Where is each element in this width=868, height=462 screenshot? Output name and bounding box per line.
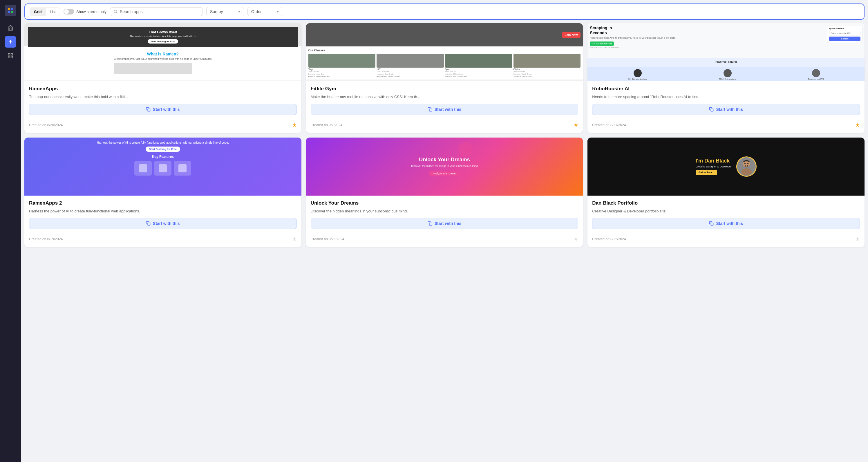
card-dreams: Unlock Your Dreams Discover the hidden m… bbox=[306, 137, 583, 247]
sidebar-item-grid[interactable] bbox=[5, 50, 16, 62]
start-with-this-button[interactable]: Start with this bbox=[29, 218, 297, 229]
star-icon[interactable]: ★ bbox=[292, 122, 297, 128]
card-preview-danblack: I'm Dan Black Creative Designer & Develo… bbox=[587, 137, 865, 195]
card-preview-ramenapps2: Harness the power of AI to create fully-… bbox=[24, 137, 302, 195]
view-toggle: Grid List bbox=[30, 7, 60, 16]
search-icon bbox=[114, 9, 118, 13]
gym-join-btn: Join Now bbox=[562, 32, 581, 38]
start-button-label: Start with this bbox=[435, 107, 462, 112]
star-icon[interactable]: ★ bbox=[292, 236, 297, 242]
card-created-date: Created on 8/19/2024 bbox=[29, 237, 63, 241]
start-with-this-button[interactable]: Start with this bbox=[29, 104, 297, 115]
card-footer: Created on 9/2/2024 ★ bbox=[306, 120, 583, 133]
sidebar-item-add[interactable] bbox=[5, 36, 16, 48]
svg-point-20 bbox=[744, 163, 746, 164]
star-icon[interactable]: ★ bbox=[574, 122, 578, 128]
card-title: RoboRooster AI bbox=[592, 86, 860, 92]
start-button-label: Start with this bbox=[153, 107, 180, 112]
card-preview-ramenapps: That Grows Itself The modern website bui… bbox=[24, 23, 302, 81]
main-content: Grid List Show starred only Sort by Name… bbox=[21, 0, 868, 462]
robo-feature-browser: 30+ Browser Actions bbox=[628, 69, 647, 80]
card-created-date: Created on 9/2/2024 bbox=[311, 123, 342, 127]
card-footer: Created on 8/20/2024 ★ bbox=[24, 120, 302, 133]
card-danblack: I'm Dan Black Creative Designer & Develo… bbox=[587, 137, 865, 247]
svg-rect-7 bbox=[11, 54, 13, 55]
card-description: Creative Designer & Developer portfolio … bbox=[592, 208, 860, 214]
svg-rect-12 bbox=[148, 109, 150, 112]
card-title: RamenApps bbox=[29, 86, 297, 92]
sidebar bbox=[0, 0, 21, 462]
card-description: Discover the hidden meanings in your sub… bbox=[311, 208, 579, 214]
svg-rect-8 bbox=[8, 56, 10, 58]
starred-only-toggle[interactable] bbox=[64, 9, 74, 14]
svg-point-21 bbox=[747, 163, 748, 164]
card-title: Dan Black Portfolio bbox=[592, 200, 860, 206]
gym-class-yoga: Yoga Time: 9:00 AM Instructor: Jane Doe … bbox=[308, 54, 376, 77]
toolbar: Grid List Show starred only Sort by Name… bbox=[24, 3, 865, 20]
starred-toggle-container: Show starred only bbox=[64, 9, 106, 14]
order-select[interactable]: Order Ascending Descending bbox=[247, 7, 282, 16]
card-description: Make the header nav mobile responsive wi… bbox=[311, 94, 579, 100]
card-title: RamenApps 2 bbox=[29, 200, 297, 206]
card-description: Harness the power of AI to create fully-… bbox=[29, 208, 297, 214]
dan-text: I'm Dan Black Creative Designer & Develo… bbox=[696, 158, 732, 175]
card-description: The pop-out doesn't really work, make th… bbox=[29, 94, 297, 100]
svg-rect-6 bbox=[8, 54, 10, 55]
svg-rect-16 bbox=[429, 223, 432, 225]
cards-grid: That Grows Itself The modern website bui… bbox=[24, 23, 865, 247]
list-view-button[interactable]: List bbox=[46, 8, 60, 16]
svg-point-10 bbox=[114, 10, 117, 13]
svg-rect-15 bbox=[148, 223, 150, 225]
star-icon[interactable]: ★ bbox=[855, 122, 860, 128]
robo-feature-integrations: 5000+ Integrations bbox=[719, 69, 736, 80]
svg-rect-2 bbox=[8, 11, 10, 13]
card-footer: Created on 8/21/2024 ★ bbox=[587, 120, 865, 133]
svg-rect-9 bbox=[11, 56, 13, 58]
card-fitlifegym: Join Now Our Classes Yoga Time: 9:00 AM … bbox=[306, 23, 583, 133]
card-created-date: Created on 8/25/2024 bbox=[311, 237, 344, 241]
robo-feature-aws: Powered by AWS bbox=[808, 69, 824, 80]
start-button-label: Start with this bbox=[153, 221, 180, 226]
svg-rect-1 bbox=[11, 8, 13, 10]
start-with-this-button[interactable]: Start with this bbox=[311, 104, 579, 115]
sort-by-select[interactable]: Sort by Name Date Created Last Modified bbox=[206, 7, 244, 16]
svg-rect-22 bbox=[711, 223, 713, 225]
card-footer: Created on 8/19/2024 ★ bbox=[24, 234, 302, 247]
svg-rect-14 bbox=[711, 109, 713, 112]
cards-container: That Grows Itself The modern website bui… bbox=[21, 23, 868, 462]
dan-contact-btn: Get in Touch bbox=[696, 170, 717, 175]
card-roborooster: Scraping inSeconds RoboRooster uses AI t… bbox=[587, 23, 865, 133]
card-preview-fitlifegym: Join Now Our Classes Yoga Time: 9:00 AM … bbox=[306, 23, 583, 81]
start-button-label: Start with this bbox=[435, 221, 462, 226]
card-preview-dreams: Unlock Your Dreams Discover the hidden m… bbox=[306, 137, 583, 195]
dan-avatar bbox=[736, 156, 756, 177]
svg-point-18 bbox=[741, 168, 752, 175]
start-button-label: Start with this bbox=[716, 107, 743, 112]
grid-view-button[interactable]: Grid bbox=[30, 8, 46, 16]
svg-rect-3 bbox=[11, 11, 13, 13]
card-title: Unlock Your Dreams bbox=[311, 200, 579, 206]
star-icon[interactable]: ★ bbox=[574, 236, 578, 242]
gym-class-hiit: HIIT Time: 10:30 AM Instructor: John Smi… bbox=[377, 54, 444, 77]
card-created-date: Created on 8/22/2024 bbox=[592, 237, 626, 241]
gym-class-pilates: Pilates Time: 6:30 PM Instructor: Sarah … bbox=[514, 54, 581, 77]
search-box bbox=[110, 7, 203, 16]
starred-only-label: Show starred only bbox=[76, 9, 106, 14]
start-with-this-button[interactable]: Start with this bbox=[592, 104, 860, 115]
card-description: Needs to be more spacing around "RoboRoo… bbox=[592, 94, 860, 100]
sidebar-item-home[interactable] bbox=[5, 22, 16, 34]
start-with-this-button[interactable]: Start with this bbox=[592, 218, 860, 229]
card-preview-roborooster: Scraping inSeconds RoboRooster uses AI t… bbox=[587, 23, 865, 81]
start-button-label: Start with this bbox=[716, 221, 743, 226]
search-input[interactable] bbox=[120, 9, 199, 14]
star-icon[interactable]: ★ bbox=[855, 236, 860, 242]
card-ramenapps2: Harness the power of AI to create fully-… bbox=[24, 137, 302, 247]
svg-rect-0 bbox=[8, 8, 10, 10]
banner-build-btn: Start Building for Free bbox=[146, 147, 180, 152]
gym-class-spin: Spin Time: 5:00 PM Instructor: Mike John… bbox=[445, 54, 512, 77]
card-created-date: Created on 8/20/2024 bbox=[29, 123, 63, 127]
start-with-this-button[interactable]: Start with this bbox=[311, 218, 579, 229]
card-title: Fitlife Gym bbox=[311, 86, 579, 92]
card-footer: Created on 8/22/2024 ★ bbox=[587, 234, 865, 247]
card-footer: Created on 8/25/2024 ★ bbox=[306, 234, 583, 247]
